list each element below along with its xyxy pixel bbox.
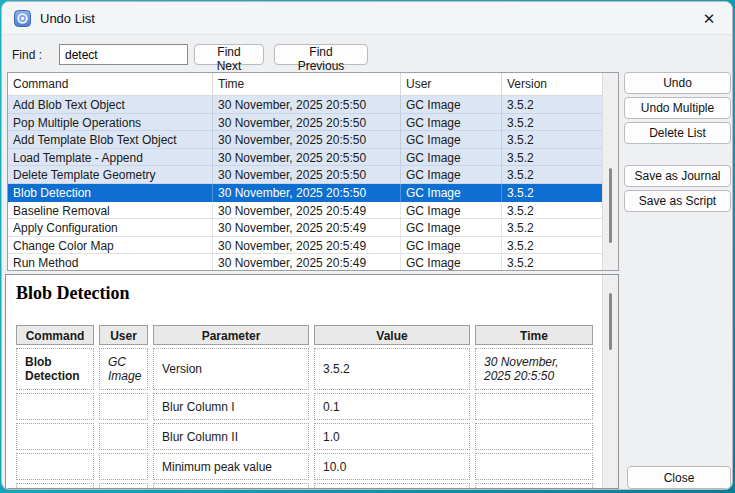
save-as-journal-button[interactable]: Save as Journal (624, 165, 731, 187)
detail-cell-parameter: Blur Column II (153, 423, 309, 450)
table-row[interactable]: Baseline Removal30 November, 2025 20:5:4… (8, 202, 603, 220)
detail-cell-value: 10.0 (314, 453, 470, 480)
cell-command: Delete Template Geometry (8, 166, 213, 183)
save-as-script-button[interactable]: Save as Script (624, 190, 731, 212)
detail-column-header-value: Value (314, 325, 470, 345)
detail-cell-value: 5 (314, 483, 470, 489)
close-icon[interactable]: ✕ (699, 9, 719, 29)
table-row[interactable]: Pop Multiple Operations30 November, 2025… (8, 114, 603, 132)
cell-command: Add Template Blob Text Object (8, 131, 213, 148)
command-detail-panel: Blob Detection CommandUserParameterValue… (5, 274, 619, 489)
cell-version: 3.5.2 (502, 131, 603, 148)
column-header-user[interactable]: User (401, 73, 502, 95)
detail-panel-scrollbar[interactable] (602, 275, 618, 488)
table-row[interactable]: Run Method30 November, 2025 20:5:49GC Im… (8, 254, 603, 271)
cell-command: Baseline Removal (8, 202, 213, 219)
window-title: Undo List (40, 11, 95, 26)
detail-cell-command (16, 393, 94, 420)
cell-user: GC Image (401, 114, 502, 131)
cell-command: Blob Detection (8, 184, 213, 202)
detail-cell-value: 0.1 (314, 393, 470, 420)
column-header-time[interactable]: Time (213, 73, 401, 95)
table-row[interactable]: Add Template Blob Text Object30 November… (8, 131, 603, 149)
detail-cell-time (475, 453, 593, 480)
cell-version: 3.5.2 (502, 237, 603, 254)
detail-cell-parameter: Minimum peak value (153, 453, 309, 480)
column-header-command[interactable]: Command (8, 73, 213, 95)
close-button[interactable]: Close (627, 466, 731, 489)
detail-cell-value: 3.5.2 (314, 348, 470, 390)
table-row[interactable]: Blob Detection30 November, 2025 20:5:50G… (8, 184, 603, 202)
find-input[interactable] (59, 44, 188, 65)
cell-command: Load Template - Append (8, 149, 213, 166)
detail-cell-value: 1.0 (314, 423, 470, 450)
table-row[interactable]: Apply Configuration30 November, 2025 20:… (8, 219, 603, 237)
cell-time: 30 November, 2025 20:5:50 (213, 114, 401, 131)
cell-command: Apply Configuration (8, 219, 213, 236)
cell-version: 3.5.2 (502, 149, 603, 166)
detail-cell-command (16, 423, 94, 450)
undo-multiple-button[interactable]: Undo Multiple (624, 97, 731, 119)
detail-column-header-parameter: Parameter (153, 325, 309, 345)
title-bar: Undo List ✕ (2, 2, 732, 35)
detail-cell-parameter: Version (153, 348, 309, 390)
cell-user: GC Image (401, 237, 502, 254)
undo-button[interactable]: Undo (624, 72, 731, 94)
cell-time: 30 November, 2025 20:5:50 (213, 96, 401, 113)
scrollbar-thumb[interactable] (609, 293, 612, 350)
cell-time: 30 November, 2025 20:5:49 (213, 202, 401, 219)
cell-version: 3.5.2 (502, 184, 603, 202)
scrollbar-thumb[interactable] (609, 168, 612, 243)
cell-command: Run Method (8, 254, 213, 271)
cell-version: 3.5.2 (502, 166, 603, 183)
undo-table-rows: Add Blob Text Object30 November, 2025 20… (8, 96, 603, 271)
detail-cell-command (16, 453, 94, 480)
detail-cell-time (475, 423, 593, 450)
detail-column-header-time: Time (475, 325, 593, 345)
detail-table: CommandUserParameterValueTimeBlob Detect… (16, 325, 593, 489)
undo-list-dialog: Undo List ✕ Find : Find Next Find Previo… (1, 1, 733, 490)
detail-cell-command (16, 483, 94, 489)
detail-cell-user (99, 423, 148, 450)
undo-table-header: CommandTimeUserVersion (8, 73, 603, 96)
detail-cell-user: GC Image (99, 348, 148, 390)
table-row[interactable]: Delete Template Geometry30 November, 202… (8, 166, 603, 184)
detail-cell-time (475, 483, 593, 489)
cell-command: Add Blob Text Object (8, 96, 213, 113)
detail-cell-user (99, 483, 148, 489)
delete-list-button[interactable]: Delete List (624, 122, 731, 144)
detail-cell-command: Blob Detection (16, 348, 94, 390)
undo-table-scrollbar[interactable] (602, 73, 618, 270)
column-header-version[interactable]: Version (502, 73, 603, 95)
cell-user: GC Image (401, 96, 502, 113)
table-row[interactable]: Add Blob Text Object30 November, 2025 20… (8, 96, 603, 114)
cell-command: Pop Multiple Operations (8, 114, 213, 131)
cell-version: 3.5.2 (502, 254, 603, 271)
detail-cell-user (99, 453, 148, 480)
cell-user: GC Image (401, 166, 502, 183)
cell-time: 30 November, 2025 20:5:50 (213, 149, 401, 166)
cell-time: 30 November, 2025 20:5:49 (213, 254, 401, 271)
table-row[interactable]: Change Color Map30 November, 2025 20:5:4… (8, 237, 603, 255)
cell-user: GC Image (401, 184, 502, 202)
cell-version: 3.5.2 (502, 96, 603, 113)
cell-version: 3.5.2 (502, 114, 603, 131)
cell-version: 3.5.2 (502, 202, 603, 219)
detail-column-header-user: User (99, 325, 148, 345)
cell-time: 30 November, 2025 20:5:50 (213, 131, 401, 148)
cell-time: 30 November, 2025 20:5:49 (213, 237, 401, 254)
cell-user: GC Image (401, 202, 502, 219)
undo-list-app-icon (14, 10, 31, 27)
cell-user: GC Image (401, 219, 502, 236)
detail-cell-time: 30 November, 2025 20:5:50 (475, 348, 593, 390)
cell-version: 3.5.2 (502, 219, 603, 236)
cell-time: 30 November, 2025 20:5:50 (213, 166, 401, 183)
detail-cell-time (475, 393, 593, 420)
find-previous-button[interactable]: Find Previous (274, 44, 368, 65)
find-label: Find : (12, 48, 42, 62)
detail-heading: Blob Detection (16, 283, 129, 304)
table-row[interactable]: Load Template - Append30 November, 2025 … (8, 149, 603, 167)
find-next-button[interactable]: Find Next (194, 44, 264, 65)
cell-time: 30 November, 2025 20:5:49 (213, 219, 401, 236)
cell-user: GC Image (401, 131, 502, 148)
